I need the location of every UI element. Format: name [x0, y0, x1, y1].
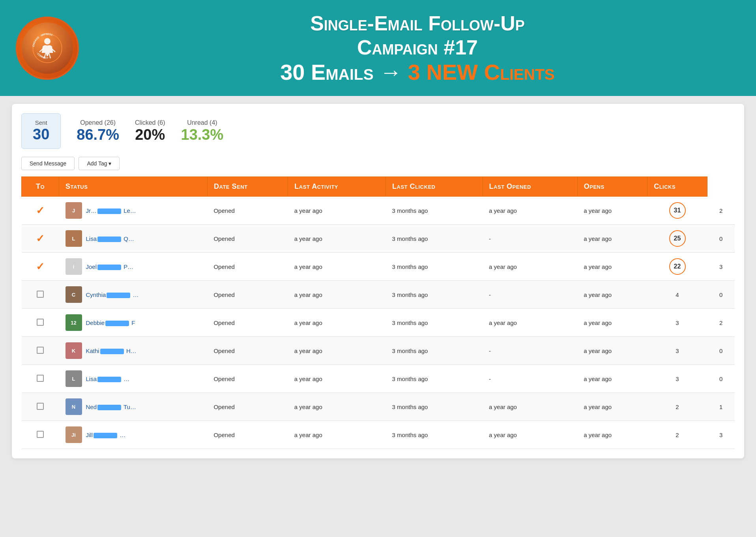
last-clicked-cell: - — [483, 337, 577, 365]
opens-circle: 31 — [669, 202, 686, 219]
check-cell[interactable] — [22, 337, 59, 365]
recipient-name[interactable]: Lisa Q… — [86, 235, 134, 242]
recipient-cell: K Kathi H… — [59, 337, 208, 365]
logo-icon: · ENGAGE · IMPRESS · · CONNECT · — [32, 32, 63, 64]
checkbox[interactable] — [37, 319, 44, 326]
recipient-cell: L Lisa Q… — [59, 225, 208, 253]
clicks-cell: 0 — [707, 365, 735, 393]
last-opened-cell: a year ago — [577, 421, 647, 449]
last-opened-cell: a year ago — [577, 337, 647, 365]
clicks-cell: 3 — [707, 421, 735, 449]
date-sent-cell: a year ago — [288, 365, 386, 393]
check-cell[interactable]: ✓ — [22, 225, 59, 253]
status-cell: Opened — [207, 421, 288, 449]
last-opened-cell: a year ago — [577, 197, 647, 225]
emails-text: 30 Emails → — [280, 60, 408, 84]
stat-clicked: Clicked (6) 20% — [135, 119, 165, 143]
toolbar: Send Message Add Tag ▾ — [21, 157, 735, 170]
unread-label: Unread (4) — [181, 119, 224, 126]
last-clicked-cell: a year ago — [483, 197, 577, 225]
avatar: K — [65, 342, 82, 359]
last-activity-cell: 3 months ago — [386, 225, 483, 253]
table-row: ✓ L Lisa Q…Openeda year ago3 months ago-… — [22, 225, 735, 253]
col-last-clicked: Last Clicked — [386, 177, 483, 197]
check-cell[interactable]: ✓ — [22, 197, 59, 225]
check-cell[interactable] — [22, 309, 59, 337]
avatar: 12 — [65, 314, 82, 331]
table-row: N Ned Tu…Openeda year ago3 months agoa y… — [22, 393, 735, 421]
clicks-cell: 2 — [707, 309, 735, 337]
date-sent-cell: a year ago — [288, 197, 386, 225]
status-cell: Opened — [207, 197, 288, 225]
checkbox[interactable] — [37, 291, 44, 298]
email-table: To Status Date Sent Last Activity Last C… — [21, 176, 735, 449]
col-date-sent: Date Sent — [207, 177, 288, 197]
last-opened-cell: a year ago — [577, 281, 647, 309]
recipient-name[interactable]: Joel P… — [86, 263, 134, 270]
checkbox[interactable] — [37, 375, 44, 382]
recipient-cell: i Joel P… — [59, 253, 208, 281]
orange-checkmark: ✓ — [36, 205, 45, 216]
table-row: Ji Jill …Openeda year ago3 months agoa y… — [22, 421, 735, 449]
date-sent-cell: a year ago — [288, 225, 386, 253]
recipient-cell: 12 Debbie F — [59, 309, 208, 337]
recipient-cell: C Cynthia … — [59, 281, 208, 309]
status-cell: Opened — [207, 281, 288, 309]
stat-opened: Opened (26) 86.7% — [77, 119, 119, 143]
checkbox[interactable] — [37, 403, 44, 410]
recipient-name[interactable]: Debbie F — [86, 319, 135, 326]
status-cell: Opened — [207, 225, 288, 253]
add-tag-button[interactable]: Add Tag ▾ — [79, 157, 120, 170]
recipient-name[interactable]: Kathi H… — [86, 347, 137, 354]
clicks-cell: 0 — [707, 225, 735, 253]
table-row: 12 Debbie FOpeneda year ago3 months agoa… — [22, 309, 735, 337]
opens-cell: 3 — [647, 365, 707, 393]
opens-cell: 2 — [647, 421, 707, 449]
check-cell[interactable] — [22, 393, 59, 421]
status-cell: Opened — [207, 253, 288, 281]
check-cell[interactable] — [22, 365, 59, 393]
stat-unread: Unread (4) 13.3% — [181, 119, 224, 143]
avatar: L — [65, 230, 82, 247]
last-activity-cell: 3 months ago — [386, 365, 483, 393]
date-sent-cell: a year ago — [288, 281, 386, 309]
recipient-name[interactable]: Jill … — [86, 432, 126, 438]
last-opened-cell: a year ago — [577, 225, 647, 253]
last-opened-cell: a year ago — [577, 393, 647, 421]
opened-label: Opened (26) — [77, 119, 119, 126]
sent-label: Sent — [33, 119, 49, 126]
campaign-title-line2: Campaign #17 — [95, 36, 740, 59]
check-cell[interactable] — [22, 281, 59, 309]
check-cell[interactable]: ✓ — [22, 253, 59, 281]
date-sent-cell: a year ago — [288, 421, 386, 449]
recipient-name[interactable]: Jr… Le… — [86, 207, 136, 214]
status-cell: Opened — [207, 309, 288, 337]
opens-circle: 25 — [669, 230, 686, 247]
checkbox[interactable] — [37, 431, 44, 438]
avatar: i — [65, 258, 82, 275]
last-opened-cell: a year ago — [577, 309, 647, 337]
send-message-button[interactable]: Send Message — [21, 157, 75, 170]
col-status: Status — [59, 177, 208, 197]
recipient-name[interactable]: Lisa … — [86, 376, 130, 382]
check-cell[interactable] — [22, 421, 59, 449]
clicks-cell: 1 — [707, 393, 735, 421]
orange-checkmark: ✓ — [36, 261, 45, 272]
clicked-label: Clicked (6) — [135, 119, 165, 126]
last-clicked-cell: - — [483, 365, 577, 393]
last-clicked-cell: a year ago — [483, 421, 577, 449]
recipient-name[interactable]: Ned Tu… — [86, 404, 136, 410]
col-opens: Opens — [577, 177, 647, 197]
last-activity-cell: 3 months ago — [386, 421, 483, 449]
date-sent-cell: a year ago — [288, 393, 386, 421]
checkbox[interactable] — [37, 347, 44, 354]
col-to: To — [22, 177, 59, 197]
recipient-name[interactable]: Cynthia … — [86, 291, 139, 298]
avatar: C — [65, 286, 82, 303]
opens-cell: 22 — [647, 253, 707, 281]
recipient-cell: J Jr… Le… — [59, 197, 208, 225]
clicks-cell: 0 — [707, 337, 735, 365]
campaign-title-line1: Single-Email Follow-Up — [95, 11, 740, 36]
last-clicked-cell: a year ago — [483, 253, 577, 281]
clicks-cell: 3 — [707, 253, 735, 281]
